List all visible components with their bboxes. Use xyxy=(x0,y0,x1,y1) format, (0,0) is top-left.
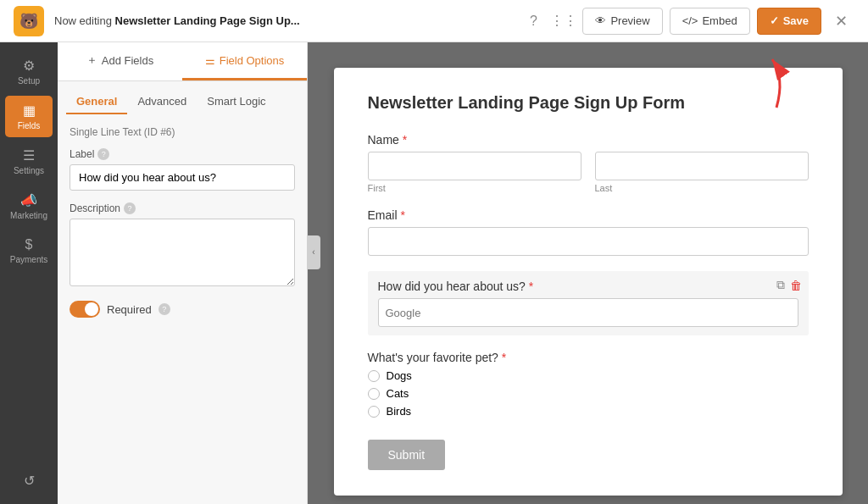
description-group: Description ? xyxy=(70,202,295,289)
required-toggle[interactable] xyxy=(70,301,100,318)
pet-required-star: * xyxy=(502,351,506,364)
collapse-handle[interactable]: ‹ xyxy=(307,235,320,269)
sidebar-nav: ⚙ Setup ▦ Fields ☰ Settings 📣 Marketing … xyxy=(0,42,58,504)
hear-about-input[interactable] xyxy=(378,298,798,327)
panel-content: Single Line Text (ID #6) Label ? Descrip… xyxy=(58,114,307,504)
sidebar-item-payments[interactable]: $ Payments xyxy=(5,230,53,271)
required-toggle-row: Required ? xyxy=(70,301,295,318)
megaphone-icon: 📣 xyxy=(20,192,37,208)
panel-tabs: ＋ Add Fields ⚌ Field Options xyxy=(58,42,307,81)
sub-tabs: General Advanced Smart Logic xyxy=(58,81,307,114)
top-bar: 🐻 Now editing Newsletter Landing Page Si… xyxy=(0,0,868,42)
duplicate-field-button[interactable]: ⧉ xyxy=(776,278,785,292)
hear-about-field-row: How did you hear about us? * ⧉ 🗑 xyxy=(368,271,809,335)
preview-button[interactable]: 👁 Preview xyxy=(582,8,662,35)
label-input[interactable] xyxy=(70,164,295,191)
settings-icon: ☰ xyxy=(23,147,35,163)
sidebar-item-setup[interactable]: ⚙ Setup xyxy=(5,51,53,92)
radio-option-birds: Birds xyxy=(368,405,809,418)
email-required-star: * xyxy=(400,208,404,222)
email-input[interactable] xyxy=(368,227,809,256)
hear-about-required-star: * xyxy=(529,280,533,293)
radio-option-cats: Cats xyxy=(368,387,809,400)
save-button[interactable]: ✓ Save xyxy=(757,8,821,35)
sub-tab-smart-logic[interactable]: Smart Logic xyxy=(197,90,275,114)
radio-circle-dogs xyxy=(368,370,380,382)
field-action-buttons: ⧉ 🗑 xyxy=(776,278,802,292)
first-label: First xyxy=(368,183,581,193)
checkmark-icon: ✓ xyxy=(770,14,779,27)
sub-tab-advanced[interactable]: Advanced xyxy=(127,90,197,114)
page-title-bar: Now editing Newsletter Landing Page Sign… xyxy=(54,14,511,27)
close-button[interactable]: ✕ xyxy=(828,8,854,34)
required-help-icon[interactable]: ? xyxy=(159,303,170,315)
dollar-icon: $ xyxy=(25,237,33,252)
name-field-row: Name * First Last xyxy=(368,133,809,193)
sidebar-item-settings[interactable]: ☰ Settings xyxy=(5,141,53,182)
sidebar-item-history[interactable]: ↺ xyxy=(5,466,53,496)
first-name-input[interactable] xyxy=(368,152,581,180)
radio-option-dogs: Dogs xyxy=(368,369,809,382)
name-required-star: * xyxy=(403,133,407,147)
plus-icon: ＋ xyxy=(86,53,97,68)
fields-icon: ▦ xyxy=(23,102,36,119)
delete-field-button[interactable]: 🗑 xyxy=(790,278,802,292)
label-field-label: Label ? xyxy=(70,148,295,160)
sidebar-item-fields[interactable]: ▦ Fields xyxy=(5,96,53,137)
grid-icon-button[interactable]: ⋮⋮ xyxy=(552,9,576,33)
first-name-col: First xyxy=(368,152,581,193)
favorite-pet-label: What's your favorite pet? * xyxy=(368,351,809,364)
embed-button[interactable]: </> Embed xyxy=(670,8,750,35)
form-card: Newsletter Landing Page Sign Up Form Nam… xyxy=(334,68,843,496)
name-input-row: First Last xyxy=(368,152,809,193)
gear-icon: ⚙ xyxy=(23,58,35,74)
email-label: Email * xyxy=(368,208,809,222)
submit-button[interactable]: Submit xyxy=(368,440,446,470)
app-layout: ⚙ Setup ▦ Fields ☰ Settings 📣 Marketing … xyxy=(0,42,868,504)
field-type-label: Single Line Text (ID #6) xyxy=(70,126,295,138)
description-field-label: Description ? xyxy=(70,202,295,214)
app-logo: 🐻 xyxy=(14,6,44,36)
sliders-icon: ⚌ xyxy=(205,54,215,67)
form-preview-wrapper: Newsletter Landing Page Sign Up Form Nam… xyxy=(308,42,868,504)
favorite-pet-field-row: What's your favorite pet? * Dogs Cats Bi… xyxy=(368,351,809,418)
history-icon: ↺ xyxy=(24,473,35,489)
sidebar-item-marketing[interactable]: 📣 Marketing xyxy=(5,186,53,227)
last-name-input[interactable] xyxy=(595,152,809,180)
last-name-col: Last xyxy=(595,152,809,193)
sub-tab-general[interactable]: General xyxy=(66,90,127,114)
radio-circle-birds xyxy=(368,406,380,418)
tab-field-options[interactable]: ⚌ Field Options xyxy=(182,42,307,80)
eye-icon: 👁 xyxy=(595,14,606,27)
name-label: Name * xyxy=(368,133,809,147)
hear-about-label: How did you hear about us? * xyxy=(378,280,798,293)
description-help-icon[interactable]: ? xyxy=(124,202,136,214)
top-bar-actions: ? ⋮⋮ 👁 Preview </> Embed ✓ Save ✕ xyxy=(521,8,854,35)
field-panel: ＋ Add Fields ⚌ Field Options General Adv… xyxy=(58,42,308,504)
help-icon-button[interactable]: ? xyxy=(521,9,545,33)
label-help-icon[interactable]: ? xyxy=(97,148,109,160)
form-title: Newsletter Landing Page Sign Up Form xyxy=(368,93,809,113)
last-label: Last xyxy=(595,183,809,193)
email-field-row: Email * xyxy=(368,208,809,256)
description-input[interactable] xyxy=(70,219,295,286)
radio-circle-cats xyxy=(368,388,380,400)
label-group: Label ? xyxy=(70,148,295,191)
tab-add-fields[interactable]: ＋ Add Fields xyxy=(58,42,182,80)
code-icon: </> xyxy=(682,14,698,27)
